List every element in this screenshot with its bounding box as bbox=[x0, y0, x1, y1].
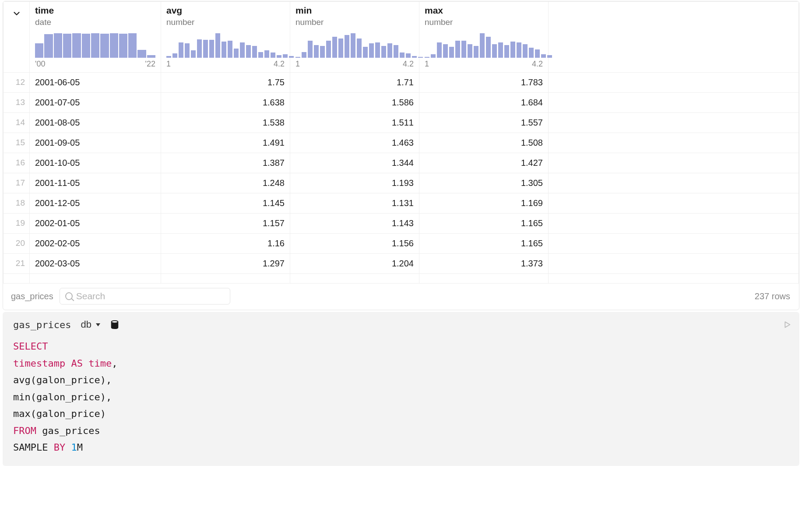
column-header-min[interactable]: minnumber14.2 bbox=[290, 2, 419, 73]
row-index: 12 bbox=[4, 73, 30, 93]
row-index: 17 bbox=[4, 173, 30, 193]
table-row[interactable]: 192002-01-051.1571.1431.165 bbox=[4, 214, 799, 234]
cell-max: 1.169 bbox=[419, 193, 549, 214]
cell-time: 2001-12-05 bbox=[30, 193, 161, 214]
sql-code[interactable]: SELECT timestamp AS time, avg(galon_pric… bbox=[13, 338, 791, 456]
column-type: date bbox=[35, 18, 155, 27]
cell-min: 1.156 bbox=[290, 234, 419, 254]
caret-down-icon bbox=[96, 323, 100, 326]
column-range: 14.2 bbox=[425, 60, 543, 69]
column-name: time bbox=[35, 5, 155, 16]
cell-empty bbox=[549, 193, 799, 214]
cell-empty bbox=[549, 153, 799, 173]
table-row[interactable]: 212002-03-051.2971.2041.373 bbox=[4, 254, 799, 274]
data-table-panel: timedate'00'22 avgnumber14.2 minnumber14… bbox=[3, 1, 799, 310]
cell-min: 1.204 bbox=[290, 254, 419, 274]
cell-max: 1.557 bbox=[419, 113, 549, 133]
table-row[interactable]: 172001-11-051.2481.1931.305 bbox=[4, 173, 799, 193]
cell-time: 2001-06-05 bbox=[30, 73, 161, 93]
cell-time: 2001-07-05 bbox=[30, 93, 161, 113]
cell-avg: 1.16 bbox=[161, 234, 290, 254]
table-footer: gas_prices 237 rows bbox=[3, 284, 799, 310]
column-type: number bbox=[295, 18, 414, 27]
column-range: 14.2 bbox=[295, 60, 414, 69]
cell-empty bbox=[549, 234, 799, 254]
row-index: 18 bbox=[4, 193, 30, 214]
table-row[interactable]: 122001-06-051.751.711.783 bbox=[4, 73, 799, 93]
table-search[interactable] bbox=[60, 288, 230, 304]
cell-time: 2001-11-05 bbox=[30, 173, 161, 193]
table-row[interactable]: 202002-02-051.161.1561.165 bbox=[4, 234, 799, 254]
column-range: 14.2 bbox=[166, 60, 285, 69]
cell-min: 1.586 bbox=[290, 93, 419, 113]
database-icon[interactable] bbox=[110, 319, 120, 330]
row-index: 13 bbox=[4, 93, 30, 113]
table-row-clipped bbox=[4, 274, 799, 284]
cell-avg: 1.538 bbox=[161, 113, 290, 133]
column-histogram bbox=[166, 33, 285, 58]
cell-avg: 1.387 bbox=[161, 153, 290, 173]
table-row[interactable]: 152001-09-051.4911.4631.508 bbox=[4, 133, 799, 153]
table-row[interactable]: 162001-10-051.3871.3441.427 bbox=[4, 153, 799, 173]
cell-max: 1.508 bbox=[419, 133, 549, 153]
cell-avg: 1.248 bbox=[161, 173, 290, 193]
table-row[interactable]: 142001-08-051.5381.5111.557 bbox=[4, 113, 799, 133]
cell-time: 2001-10-05 bbox=[30, 153, 161, 173]
table-row[interactable]: 132001-07-051.6381.5861.684 bbox=[4, 93, 799, 113]
expand-toggle[interactable] bbox=[4, 2, 30, 73]
cell-time: 2001-09-05 bbox=[30, 133, 161, 153]
row-index: 14 bbox=[4, 113, 30, 133]
column-histogram bbox=[35, 33, 155, 58]
cell-max: 1.427 bbox=[419, 153, 549, 173]
cell-max: 1.684 bbox=[419, 93, 549, 113]
cell-avg: 1.297 bbox=[161, 254, 290, 274]
column-header-empty bbox=[549, 2, 799, 73]
search-icon bbox=[65, 292, 73, 300]
db-label: db bbox=[81, 319, 91, 330]
row-index: 21 bbox=[4, 254, 30, 274]
cell-min: 1.143 bbox=[290, 214, 419, 234]
cell-max: 1.373 bbox=[419, 254, 549, 274]
column-histogram bbox=[295, 33, 414, 58]
cell-empty bbox=[549, 133, 799, 153]
cell-min: 1.71 bbox=[290, 73, 419, 93]
search-input[interactable] bbox=[76, 291, 225, 301]
sql-cell-header: gas_prices db bbox=[13, 316, 791, 338]
cell-min: 1.344 bbox=[290, 153, 419, 173]
table-row[interactable]: 182001-12-051.1451.1311.169 bbox=[4, 193, 799, 214]
cell-max: 1.783 bbox=[419, 73, 549, 93]
cell-empty bbox=[549, 254, 799, 274]
chevron-down-icon bbox=[12, 9, 21, 21]
column-header-time[interactable]: timedate'00'22 bbox=[30, 2, 161, 73]
cell-avg: 1.491 bbox=[161, 133, 290, 153]
cell-empty bbox=[549, 73, 799, 93]
cell-min: 1.463 bbox=[290, 133, 419, 153]
cell-avg: 1.145 bbox=[161, 193, 290, 214]
column-histogram bbox=[425, 33, 543, 58]
column-type: number bbox=[166, 18, 285, 27]
column-name: max bbox=[425, 5, 543, 16]
column-type: number bbox=[425, 18, 543, 27]
cell-max: 1.165 bbox=[419, 234, 549, 254]
run-button[interactable] bbox=[782, 320, 791, 329]
cell-min: 1.131 bbox=[290, 193, 419, 214]
column-header-avg[interactable]: avgnumber14.2 bbox=[161, 2, 290, 73]
cell-min: 1.193 bbox=[290, 173, 419, 193]
column-header-max[interactable]: maxnumber14.2 bbox=[419, 2, 549, 73]
cell-max: 1.165 bbox=[419, 214, 549, 234]
cell-time: 2002-01-05 bbox=[30, 214, 161, 234]
cell-empty bbox=[549, 93, 799, 113]
row-count: 237 rows bbox=[755, 291, 793, 301]
row-index: 19 bbox=[4, 214, 30, 234]
column-range: '00'22 bbox=[35, 60, 155, 69]
column-name: min bbox=[295, 5, 414, 16]
cell-min: 1.511 bbox=[290, 113, 419, 133]
cell-time: 2002-03-05 bbox=[30, 254, 161, 274]
cell-avg: 1.157 bbox=[161, 214, 290, 234]
cell-max: 1.305 bbox=[419, 173, 549, 193]
sql-cell-name[interactable]: gas_prices bbox=[13, 319, 71, 330]
row-index: 16 bbox=[4, 153, 30, 173]
db-selector[interactable]: db bbox=[81, 319, 100, 330]
cell-avg: 1.75 bbox=[161, 73, 290, 93]
sql-cell: gas_prices db SELECT timestamp AS time, … bbox=[3, 312, 799, 466]
